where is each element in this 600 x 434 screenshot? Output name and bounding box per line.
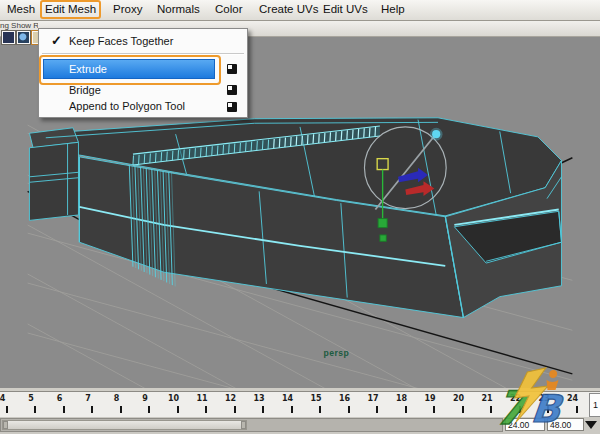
frame-tick <box>262 406 264 413</box>
menu-item-label: Keep Faces Together <box>69 31 173 51</box>
frame-number: 16 <box>339 394 350 403</box>
menu-item-keep-faces-together[interactable]: ✓Keep Faces Together <box>39 31 247 51</box>
frame-tick <box>319 406 321 413</box>
check-icon: ✓ <box>51 31 62 51</box>
frame-tick <box>91 406 93 413</box>
menu-item-edit-uvs[interactable]: Edit UVs <box>320 1 371 18</box>
menu-item-label: Extrude <box>69 56 107 82</box>
range-slider-bar: 24.00 48.00 <box>0 417 600 434</box>
manipulator-y-handle2[interactable] <box>380 235 386 241</box>
frame-number: 4 <box>0 394 5 403</box>
time-slider[interactable]: 1 456789101112131415161718192021222324 <box>0 391 600 417</box>
frame-tick <box>519 406 521 413</box>
current-time-field[interactable]: 1 <box>589 393 600 417</box>
frame-number: 23 <box>538 394 549 403</box>
frame-number: 18 <box>396 394 407 403</box>
menu-item-normals[interactable]: Normals <box>154 1 203 18</box>
frame-tick <box>6 406 8 413</box>
frame-number: 10 <box>168 394 179 403</box>
menu-item-extrude[interactable]: Extrude <box>39 56 247 82</box>
frame-tick <box>63 406 65 413</box>
frame-tick <box>376 406 378 413</box>
frame-tick <box>120 406 122 413</box>
polygon-model[interactable] <box>29 118 561 318</box>
frame-tick <box>576 406 578 413</box>
option-box-icon[interactable] <box>227 64 237 74</box>
frame-number: 19 <box>424 394 435 403</box>
frame-number: 14 <box>282 394 293 403</box>
frame-tick <box>433 406 435 413</box>
menu-item-create-uvs[interactable]: Create UVs <box>256 1 321 18</box>
playback-end-field[interactable]: 24.00 <box>505 418 545 431</box>
maya-window: MeshEdit MeshProxyNormalsColorCreate UVs… <box>0 0 600 434</box>
menu-item-proxy[interactable]: Proxy <box>110 1 145 18</box>
frame-number: 22 <box>510 394 521 403</box>
frame-tick <box>490 406 492 413</box>
frame-tick <box>348 406 350 413</box>
option-box-icon[interactable] <box>227 85 237 95</box>
menu-item-label: Bridge <box>69 82 101 98</box>
range-slider-handle[interactable] <box>2 420 247 430</box>
frame-tick <box>148 406 150 413</box>
camera-label: persp <box>324 348 350 358</box>
menu-item-edit-mesh[interactable]: Edit Mesh <box>40 0 101 19</box>
panel-menu-clipped-text: ng Show R <box>0 21 38 30</box>
sphere-view-icon[interactable] <box>16 30 31 45</box>
frame-number: 17 <box>367 394 378 403</box>
animation-end-field[interactable]: 48.00 <box>547 418 584 431</box>
frame-number: 15 <box>310 394 321 403</box>
frame-tick <box>234 406 236 413</box>
menu-item-color[interactable]: Color <box>212 1 245 18</box>
frame-number: 12 <box>225 394 236 403</box>
frame-number: 11 <box>196 394 207 403</box>
frame-tick <box>462 406 464 413</box>
range-slider-track[interactable] <box>0 418 503 432</box>
frame-tick <box>205 406 207 413</box>
range-handle-left-grip[interactable] <box>3 421 8 429</box>
menu-item-append-to-polygon-tool[interactable]: Append to Polygon Tool <box>39 98 247 115</box>
menu-item-mesh[interactable]: Mesh <box>4 1 38 18</box>
option-box-icon[interactable] <box>227 102 237 112</box>
frame-number: 8 <box>114 394 120 403</box>
manipulator-y-handle[interactable] <box>378 219 387 228</box>
frame-number: 21 <box>481 394 492 403</box>
main-menu-bar: MeshEdit MeshProxyNormalsColorCreate UVs… <box>0 0 600 21</box>
frame-number: 20 <box>453 394 464 403</box>
frame-tick <box>177 406 179 413</box>
frame-number: 6 <box>57 394 63 403</box>
menu-item-help[interactable]: Help <box>378 1 408 18</box>
swatch-dark-icon[interactable] <box>1 30 16 45</box>
annotation-ring <box>39 55 221 85</box>
range-handle-right-grip[interactable] <box>241 421 246 429</box>
frame-tick <box>405 406 407 413</box>
frame-tick <box>291 406 293 413</box>
frame-number: 24 <box>567 394 578 403</box>
frame-number: 5 <box>28 394 34 403</box>
frame-number: 7 <box>85 394 91 403</box>
range-menu-arrow-icon[interactable] <box>585 421 597 429</box>
frame-number: 13 <box>253 394 264 403</box>
frame-tick <box>34 406 36 413</box>
manipulator-handle-dot[interactable] <box>432 130 440 138</box>
frame-tick <box>547 406 549 413</box>
menu-item-label: Append to Polygon Tool <box>69 98 185 115</box>
edit-mesh-dropdown: ✓Keep Faces TogetherExtrudeBridgeAppend … <box>38 28 248 118</box>
frame-number: 9 <box>142 394 148 403</box>
